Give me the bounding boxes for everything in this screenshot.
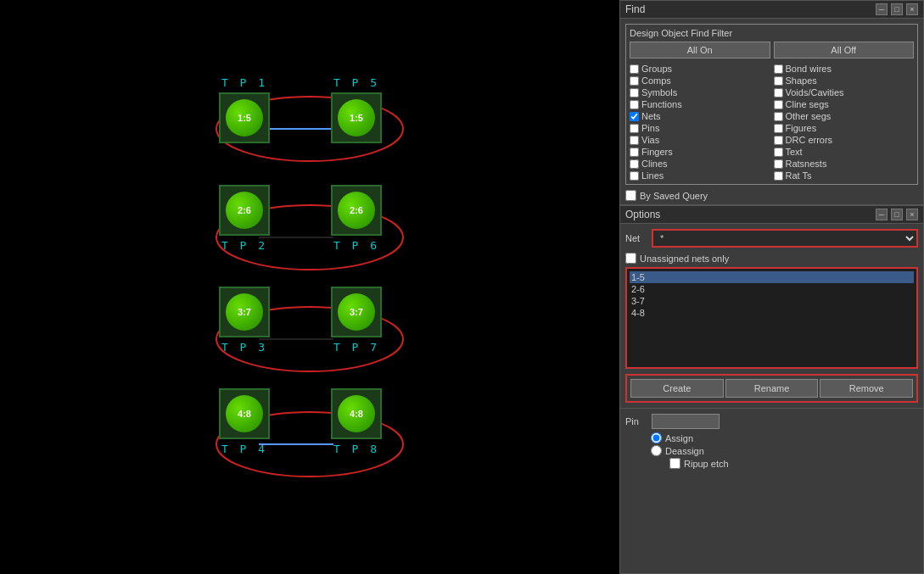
cb-ratsnests-label: Ratsnests (786, 159, 827, 169)
options-minimize-btn[interactable]: ─ (876, 209, 888, 220)
options-title: Options (625, 209, 660, 220)
cb-other-segs-label: Other segs (786, 111, 832, 121)
tp8-label: T P 8 (333, 443, 379, 455)
cb-clines-input[interactable] (630, 159, 639, 169)
deassign-row: Deassign (651, 445, 918, 456)
create-button[interactable]: Create (630, 379, 724, 398)
cb-fingers-input[interactable] (630, 148, 639, 157)
cb-functions-label: Functions (641, 99, 682, 109)
options-window-controls: ─ □ × (876, 209, 918, 220)
tp1-label: T P 1 (221, 76, 267, 89)
cb-other-segs: Other segs (774, 111, 915, 121)
assign-label: Assign (665, 433, 693, 443)
remove-button[interactable]: Remove (820, 379, 913, 398)
all-off-button[interactable]: All Off (774, 42, 915, 59)
net-list-item-1-5[interactable]: 1-5 (630, 271, 914, 283)
pin-input[interactable] (652, 414, 720, 429)
tp7-component[interactable]: 3:7 (331, 287, 382, 337)
options-window: Options ─ □ × Net * Unassigned nets only… (619, 205, 924, 574)
cb-pins: Pins (630, 123, 770, 133)
cb-figures-label: Figures (786, 123, 817, 133)
cb-rat-ts-label: Rat Ts (786, 170, 812, 181)
by-saved-query-row: By Saved Query (625, 190, 918, 201)
tp4-circle: 4:8 (226, 395, 263, 432)
rename-button[interactable]: Rename (725, 379, 819, 398)
cb-drc-errors-label: DRC errors (786, 135, 833, 145)
cb-cline-segs-input[interactable] (774, 100, 783, 109)
tp8-circle: 4:8 (338, 395, 375, 432)
cb-vias-input[interactable] (630, 136, 639, 145)
tp4-label: T P 4 (221, 443, 267, 455)
tp2-component[interactable]: 2:6 (219, 185, 270, 236)
options-close-btn[interactable]: × (906, 209, 918, 220)
tp5-component[interactable]: 1:5 (331, 92, 382, 143)
cb-rat-ts-input[interactable] (774, 171, 783, 181)
tp5-label: T P 5 (333, 76, 379, 89)
deassign-radio[interactable] (651, 445, 662, 456)
checkbox-grid: Groups Bond wires Comps Shapes Symbols (630, 64, 914, 181)
all-on-button[interactable]: All On (630, 42, 770, 59)
tp1-group: T P 1 1:5 (219, 76, 270, 143)
unassigned-row: Unassigned nets only (625, 253, 918, 264)
cb-drc-errors-input[interactable] (774, 136, 783, 145)
cb-figures-input[interactable] (774, 124, 783, 133)
deassign-label: Deassign (665, 446, 704, 456)
cb-functions-input[interactable] (630, 100, 639, 109)
cb-pins-input[interactable] (630, 124, 639, 133)
cb-cline-segs-label: Cline segs (786, 99, 829, 109)
tp3-component[interactable]: 3:7 (219, 287, 270, 337)
tp1-circle: 1:5 (226, 99, 263, 137)
find-close-btn[interactable]: × (906, 3, 918, 15)
right-panel: Find ─ □ × Design Object Find Filter All… (619, 0, 924, 574)
cb-bond-wires: Bond wires (774, 64, 915, 74)
cb-nets-input[interactable] (630, 112, 639, 121)
cb-functions: Functions (630, 99, 770, 109)
cb-voids-label: Voids/Cavities (786, 87, 844, 98)
net-list-item-2-6[interactable]: 2-6 (630, 283, 914, 295)
ripup-checkbox[interactable] (669, 458, 680, 469)
ripup-row: Ripup etch (669, 458, 918, 469)
cb-comps: Comps (630, 75, 770, 86)
cb-symbols-input[interactable] (630, 88, 639, 98)
cb-bond-wires-input[interactable] (774, 64, 783, 74)
cb-groups-label: Groups (641, 64, 672, 74)
net-list-item-3-7[interactable]: 3-7 (630, 295, 914, 307)
tp3-group: 3:7 T P 3 (219, 287, 270, 354)
cb-shapes-input[interactable] (774, 76, 783, 86)
cb-ratsnests-input[interactable] (774, 159, 783, 169)
by-saved-query-checkbox[interactable] (625, 190, 636, 201)
tp6-group: 2:6 T P 6 (331, 185, 382, 252)
find-restore-btn[interactable]: □ (891, 3, 903, 15)
cb-clines-label: Clines (641, 159, 668, 169)
tp3-circle: 3:7 (226, 293, 263, 331)
cb-groups-input[interactable] (630, 64, 639, 74)
cb-comps-input[interactable] (630, 76, 639, 86)
tp4-component[interactable]: 4:8 (219, 388, 270, 439)
tp6-component[interactable]: 2:6 (331, 185, 382, 236)
cb-text-input[interactable] (774, 148, 783, 157)
cb-voids: Voids/Cavities (774, 87, 915, 98)
cb-other-segs-input[interactable] (774, 112, 783, 121)
assign-row: Assign (651, 432, 918, 443)
unassigned-checkbox[interactable] (625, 253, 636, 264)
net-dropdown[interactable]: * (652, 229, 918, 248)
by-saved-query-label: By Saved Query (640, 191, 708, 201)
tp8-component[interactable]: 4:8 (331, 388, 382, 439)
cb-ratsnests: Ratsnests (774, 159, 915, 169)
cb-groups: Groups (630, 64, 770, 74)
cb-nets-label: Nets (641, 111, 661, 121)
net-list[interactable]: 1-5 2-6 3-7 4-8 (625, 267, 918, 369)
assign-radio[interactable] (651, 432, 662, 443)
tp3-label: T P 3 (221, 341, 267, 354)
cb-lines-input[interactable] (630, 171, 639, 181)
cb-fingers-label: Fingers (641, 147, 673, 157)
net-list-item-4-8[interactable]: 4-8 (630, 307, 914, 319)
tp2-circle: 2:6 (226, 192, 263, 229)
options-restore-btn[interactable]: □ (891, 209, 903, 220)
action-buttons: Create Rename Remove (625, 374, 918, 403)
tp1-component[interactable]: 1:5 (219, 92, 270, 143)
find-minimize-btn[interactable]: ─ (876, 3, 888, 15)
net-label: Net (625, 233, 647, 243)
cb-voids-input[interactable] (774, 88, 783, 98)
find-title: Find (625, 3, 645, 15)
